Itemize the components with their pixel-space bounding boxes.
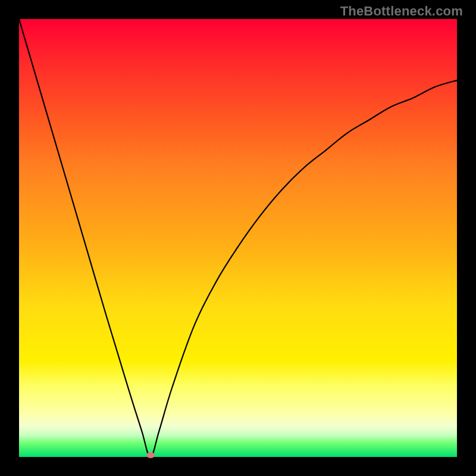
min-point-marker <box>146 452 155 458</box>
curve-path <box>19 19 457 457</box>
watermark-text: TheBottleneck.com <box>340 4 463 19</box>
plot-area <box>19 19 457 457</box>
chart-frame: TheBottleneck.com <box>0 0 476 476</box>
curve-svg <box>19 19 457 457</box>
